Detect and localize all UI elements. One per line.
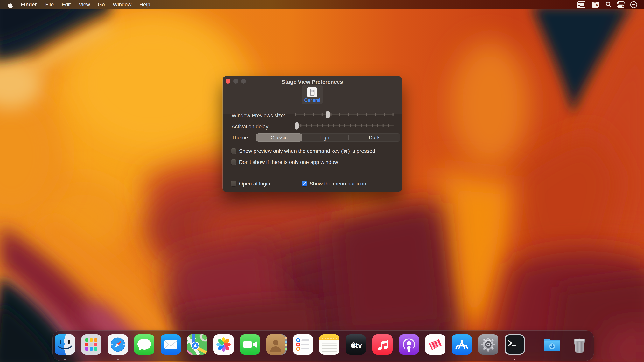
svg-text:tv: tv bbox=[356, 342, 362, 350]
svg-text:⌘: ⌘ bbox=[596, 4, 599, 7]
